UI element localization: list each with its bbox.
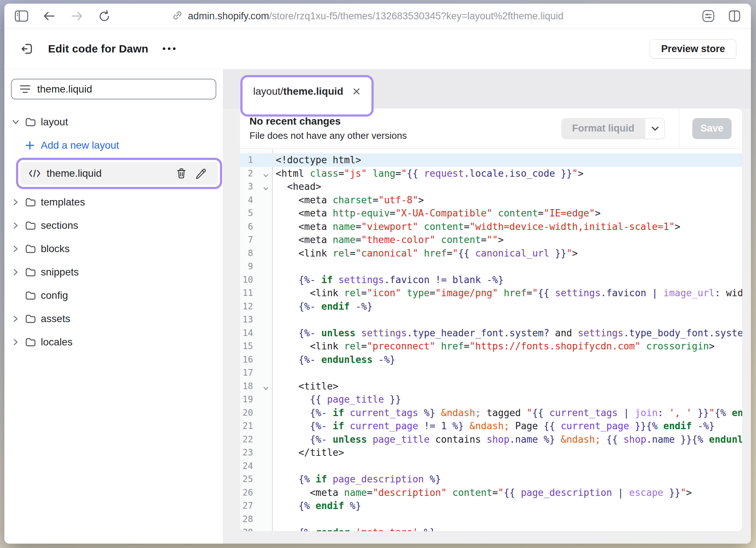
code-line[interactable]: 7 <meta name="theme-color" content=""> [240,233,742,247]
code-line[interactable]: 18 <title> [240,380,742,393]
line-number: 28 [240,514,272,524]
code-line[interactable]: 9 [240,260,742,273]
code-line[interactable]: 16 {%- endunless -%} [240,353,742,367]
forward-button-icon[interactable] [68,8,85,24]
save-button[interactable]: Save [692,118,732,139]
code-line[interactable]: 28 [240,513,742,526]
code-line[interactable]: 8 <link rel="canonical" href="{{ canonic… [240,247,742,260]
line-number: 14 [240,328,272,338]
code-line[interactable]: 23 </title> [240,446,742,459]
code-line[interactable]: 3 <head> [240,180,742,193]
tree-item-locales[interactable]: locales [11,330,216,354]
line-number: 27 [240,501,272,511]
code-line-text: {%- endif -%} [272,301,373,312]
versions-subtitle: File does not have any other versions [249,130,407,141]
back-button-icon[interactable] [41,8,58,24]
rename-file-button[interactable] [191,168,210,179]
code-file-icon [28,169,41,178]
line-number: 5 [240,208,272,218]
tab-theme-liquid[interactable]: layout/theme.liquid [243,77,371,114]
line-number: 24 [240,461,272,471]
code-line[interactable]: 5 <meta http-equiv="X-UA-Compatible" con… [240,207,742,220]
tree-item-add-layout[interactable]: Add a new layout [11,134,216,157]
line-number: 3 [240,181,272,192]
address-bar[interactable]: admin.shopify.com/store/rzq1xu-f5/themes… [172,4,563,28]
exit-editor-icon[interactable] [19,41,35,57]
format-dropdown-button[interactable] [645,118,665,139]
code-line[interactable]: 22 {%- unless page_title contains shop.n… [240,433,742,446]
code-line[interactable]: 26 <meta name="description" content="{{ … [240,486,742,500]
line-number: 15 [240,341,272,351]
code-line-text: {% render 'meta-tags' %} [272,527,435,531]
line-number: 7 [240,235,272,245]
folder-icon [25,267,36,278]
preview-store-button[interactable]: Preview store [650,39,736,59]
desktop-background: admin.shopify.com/store/rzq1xu-f5/themes… [0,0,756,548]
code-line[interactable]: 14 {%- unless settings.type_header_font.… [240,326,742,340]
delete-file-button[interactable] [172,168,191,179]
search-input[interactable] [37,83,197,95]
tree-item-blocks[interactable]: blocks [11,237,216,261]
chevron-down-icon [651,126,659,131]
code-line-text: <link rel="canonical" href="{{ canonical… [272,248,578,259]
plus-icon [25,140,35,150]
tree-item-snippets[interactable]: snippets [11,261,216,284]
code-line[interactable]: 10 {%- if settings.favicon != blank -%} [240,273,742,287]
code-area[interactable]: 1<!doctype html>2<html class="js" lang="… [240,149,742,531]
line-number: 19 [240,394,272,404]
chevron-right-icon [11,337,20,347]
active-tab-highlight: layout/theme.liquid [240,75,374,117]
filter-icon [20,85,31,93]
file-sidebar: layoutAdd a new layouttheme.liquidtempla… [4,69,223,544]
split-view-icon[interactable] [726,8,743,24]
code-line[interactable]: 27 {% endif %} [240,499,742,513]
fold-toggle[interactable] [263,171,269,181]
code-line-text: <html class="js" lang="{{ request.locale… [272,168,583,179]
line-number: 25 [240,474,272,484]
code-line[interactable]: 4 <meta charset="utf-8"> [240,193,742,207]
tree-item-config[interactable]: config [11,284,216,307]
code-lines: 1<!doctype html>2<html class="js" lang="… [240,153,742,531]
line-number: 16 [240,355,272,365]
line-number: 13 [240,314,272,325]
sidebar-toggle-icon[interactable] [13,8,30,24]
tree-item-label: blocks [41,243,70,255]
code-line[interactable]: 15 <link rel="preconnect" href="https://… [240,340,742,353]
line-number: 10 [240,275,272,285]
tree-item-assets[interactable]: assets [11,307,216,330]
format-liquid-button[interactable]: Format liquid [561,118,645,139]
code-line[interactable]: 19 {{ page_title }} [240,393,742,406]
code-line-text: <head> [272,181,321,192]
fold-toggle[interactable] [263,384,269,394]
code-line[interactable]: 6 <meta name="viewport" content="width=d… [240,220,742,234]
code-line[interactable]: 2<html class="js" lang="{{ request.local… [240,167,742,180]
code-line-text: <link rel="preconnect" href="https://fon… [272,341,714,352]
line-number: 18 [240,381,272,391]
line-number: 8 [240,248,272,258]
tree-item-sections[interactable]: sections [11,214,216,237]
code-line[interactable]: 12 {%- endif -%} [240,300,742,313]
selected-file-highlight: theme.liquid [16,158,222,189]
page-settings-icon[interactable] [700,8,717,24]
more-menu-button[interactable] [163,43,176,54]
tree-item-theme-liquid[interactable]: theme.liquid [20,162,218,185]
code-line[interactable]: 1<!doctype html> [240,153,742,167]
code-line-text: {%- if current_page != 1 %} &ndash; Page… [272,420,714,431]
code-line[interactable]: 24 [240,459,742,473]
code-line[interactable]: 11 <link rel="icon" type="image/png" hre… [240,286,742,300]
chevron-right-icon [11,197,20,207]
reload-icon[interactable] [96,8,113,24]
code-line[interactable]: 20 {%- if current_tags %} &ndash; tagged… [240,406,742,420]
close-tab-icon[interactable] [352,87,361,96]
code-line[interactable]: 17 [240,366,742,380]
code-line[interactable]: 13 [240,313,742,326]
code-line[interactable]: 21 {%- if current_page != 1 %} &ndash; P… [240,419,742,433]
code-line[interactable]: 25 {% if page_description %} [240,473,742,486]
tree-item-layout[interactable]: layout [11,110,216,134]
tree-item-templates[interactable]: templates [11,191,216,214]
code-line[interactable]: 29 {% render 'meta-tags' %} [240,526,742,531]
file-search-box[interactable] [11,79,216,99]
page-title: Edit code for Dawn [48,43,148,55]
fold-toggle[interactable] [263,184,269,194]
fold-icon [263,172,269,179]
